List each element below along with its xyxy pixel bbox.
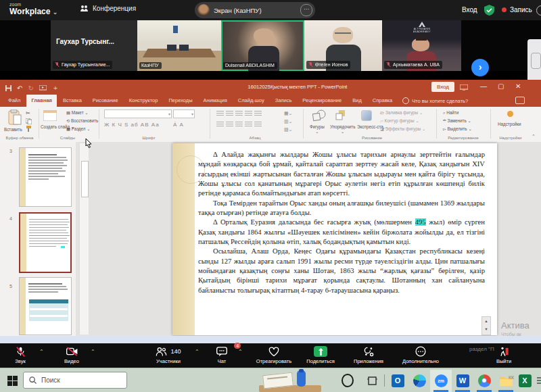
video-button[interactable]: Видео bbox=[55, 345, 88, 364]
paste-button[interactable]: Вставить bbox=[4, 127, 22, 132]
undo-icon[interactable]: ↶ bbox=[17, 84, 22, 92]
word-icon[interactable]: W bbox=[454, 372, 471, 389]
zoom-app-icon[interactable]: zm bbox=[433, 372, 449, 389]
addins-button[interactable]: Надстройки bbox=[498, 122, 521, 126]
shape-fill-button[interactable]: 🗁 Заливка фигуры ⌄ bbox=[380, 110, 423, 115]
redo-icon[interactable]: ↻ bbox=[28, 84, 33, 92]
customize-qat-icon[interactable]: ＋ bbox=[52, 83, 59, 93]
copy-icon[interactable] bbox=[26, 118, 32, 124]
slide-canvas[interactable]: Δ Алайда жақынғы жылдары Жошы ұлысы тари… bbox=[172, 143, 497, 335]
shapes-icon[interactable] bbox=[312, 109, 326, 122]
tab-insert[interactable]: Вставка bbox=[58, 95, 87, 107]
tab-screen-share[interactable]: Экран (КазНПУ) ⋯ bbox=[195, 2, 315, 18]
language-indicator[interactable]: КК bbox=[509, 375, 514, 380]
slide-text-block[interactable]: Δ Алайда жақынғы жылдары Жошы ұлысы тари… bbox=[198, 150, 485, 295]
section-button[interactable]: ▦ Раздел ⌄ bbox=[66, 126, 91, 131]
leave-button[interactable]: Выйти bbox=[488, 345, 519, 364]
security-shield-icon[interactable] bbox=[484, 5, 494, 16]
shape-effects-button[interactable]: ◪ Эффекты фигуры ⌄ bbox=[380, 126, 425, 131]
tab-review[interactable]: Рецензирование bbox=[298, 95, 346, 107]
opera-icon[interactable] bbox=[339, 372, 356, 389]
signin-link[interactable]: Вход bbox=[462, 6, 477, 14]
paste-icon[interactable] bbox=[8, 109, 22, 126]
task-view-icon[interactable] bbox=[364, 372, 380, 389]
slideshow-icon[interactable] bbox=[39, 85, 47, 91]
more-button[interactable]: Дополнительно bbox=[395, 345, 446, 364]
outlook-icon[interactable]: O bbox=[390, 372, 406, 389]
font-format-buttons[interactable]: Ж К Ч S аб АВ Аа bbox=[104, 122, 160, 128]
slide-scroll-buttons[interactable]: ▲▼ bbox=[481, 316, 491, 335]
tray-icon[interactable] bbox=[533, 372, 541, 389]
tab-slideshow[interactable]: Слайд-шоу bbox=[233, 95, 269, 107]
tab-design[interactable]: Конструктор bbox=[124, 95, 163, 107]
close-button[interactable]: ✕ bbox=[515, 82, 521, 90]
restore-button[interactable]: ▢ bbox=[498, 82, 504, 90]
slide-thumbnail-5[interactable] bbox=[19, 277, 72, 335]
mute-options-caret[interactable]: ⌃ bbox=[39, 349, 44, 355]
slide-thumbnail-4-selected[interactable] bbox=[19, 212, 72, 273]
video-tile-otegen[interactable]: Өтеген Исенов bbox=[304, 20, 382, 71]
tab-home[interactable]: Главная bbox=[26, 95, 57, 107]
tell-me-box[interactable]: Что вы хотите сделать? bbox=[398, 95, 472, 107]
minimize-button[interactable]: — bbox=[480, 82, 487, 90]
reset-button[interactable]: ⟲ Восстановить bbox=[66, 118, 98, 123]
tab-draw[interactable]: Рисование bbox=[88, 95, 123, 107]
tab-help[interactable]: Справка bbox=[368, 95, 397, 107]
comments-icon[interactable] bbox=[515, 97, 525, 104]
paragraph-buttons-row1[interactable] bbox=[216, 111, 264, 118]
format-painter-icon[interactable] bbox=[26, 126, 32, 132]
edge-icon[interactable] bbox=[411, 372, 427, 389]
recording-indicator[interactable]: Запись bbox=[502, 6, 532, 14]
tab-transitions[interactable]: Переходы bbox=[164, 95, 197, 107]
participants-button[interactable]: 140 Участники bbox=[147, 345, 189, 364]
video-tile-duisenali-active-speaker[interactable]: Duisenali ABDILASHIM bbox=[221, 20, 304, 71]
cut-icon[interactable]: ✂ bbox=[26, 110, 30, 116]
new-slide-button[interactable]: Создать слайд ⌄ bbox=[41, 124, 64, 130]
paragraph-buttons-row2[interactable] bbox=[216, 122, 264, 128]
tab-animations[interactable]: Анимация bbox=[199, 95, 232, 107]
layout-button[interactable]: ▤ Макет ⌄ bbox=[66, 110, 89, 115]
panel-scrollbar-thumb[interactable] bbox=[81, 161, 89, 197]
react-button[interactable]: Отреагировать bbox=[249, 345, 299, 364]
shapes-button[interactable]: Фигуры⌄ bbox=[310, 124, 325, 134]
video-options-caret[interactable]: ⌃ bbox=[91, 349, 95, 355]
video-tile-kaznpu-room[interactable]: КазНПУ bbox=[137, 20, 221, 71]
chevron-down-icon[interactable]: ⌄ bbox=[53, 9, 58, 16]
presenter-display-icon[interactable] bbox=[460, 84, 468, 91]
font-size-dropdown[interactable]: ▾ bbox=[173, 109, 195, 118]
arrange-icon[interactable] bbox=[335, 109, 348, 122]
next-videos-button[interactable]: › bbox=[471, 59, 489, 76]
quick-styles-button[interactable]: Экспресс-ста... bbox=[357, 124, 377, 130]
video-tile-arkhymataeva[interactable]: ALTYNSARIN AKADEMIASY Архыматаева А. UBA bbox=[382, 20, 461, 71]
find-button[interactable]: ⌕ Найти bbox=[443, 110, 458, 116]
apps-button[interactable]: Приложения bbox=[348, 345, 390, 364]
font-color-buttons[interactable]: А́ А bbox=[173, 122, 184, 128]
panel-scrollbar[interactable] bbox=[79, 143, 89, 335]
mute-button[interactable]: Звук bbox=[5, 345, 35, 364]
save-icon[interactable] bbox=[5, 85, 11, 91]
font-name-dropdown[interactable]: ▾ bbox=[104, 109, 172, 118]
start-button[interactable] bbox=[4, 372, 20, 389]
taskbar-search-box[interactable]: Поиск bbox=[23, 372, 127, 389]
tab-conference[interactable]: Конференция bbox=[80, 5, 136, 12]
arrange-button[interactable]: Упорядочить⌄ bbox=[330, 124, 355, 134]
video-tile-gaukhar[interactable]: Гаухар Турсынг... Гаухар Турсынгалие... bbox=[51, 20, 137, 71]
excel-icon[interactable]: X bbox=[517, 372, 533, 389]
tab-record[interactable]: Запись bbox=[270, 95, 297, 107]
screen-tab-more-button[interactable]: ⋯ bbox=[300, 4, 312, 16]
office-signin-button[interactable]: Вход bbox=[431, 82, 454, 92]
new-slide-icon[interactable] bbox=[43, 110, 57, 121]
participants-caret[interactable]: ⌃ bbox=[195, 349, 199, 355]
chat-button[interactable]: 4 Чат bbox=[208, 345, 235, 364]
chat-caret[interactable]: ⌃ bbox=[238, 349, 243, 355]
replace-button[interactable]: ᵃᵇ Заменить ⌄ bbox=[443, 118, 471, 123]
share-screen-button[interactable]: Поделиться bbox=[300, 345, 341, 364]
quick-styles-icon[interactable] bbox=[361, 110, 372, 121]
tab-file[interactable]: Файл bbox=[3, 95, 25, 107]
select-button[interactable]: ▻ Выделить ⌄ bbox=[443, 126, 472, 131]
slide-thumbnail-3[interactable] bbox=[19, 147, 72, 207]
collapse-ribbon-icon[interactable]: ⌃ bbox=[532, 134, 536, 139]
text-direction-buttons[interactable]: ▦⌄▥⌄▨⌄ bbox=[284, 109, 292, 134]
tab-view[interactable]: Вид bbox=[348, 95, 367, 107]
shape-outline-button[interactable]: ▱ Контур фигуры ⌄ bbox=[380, 118, 419, 123]
